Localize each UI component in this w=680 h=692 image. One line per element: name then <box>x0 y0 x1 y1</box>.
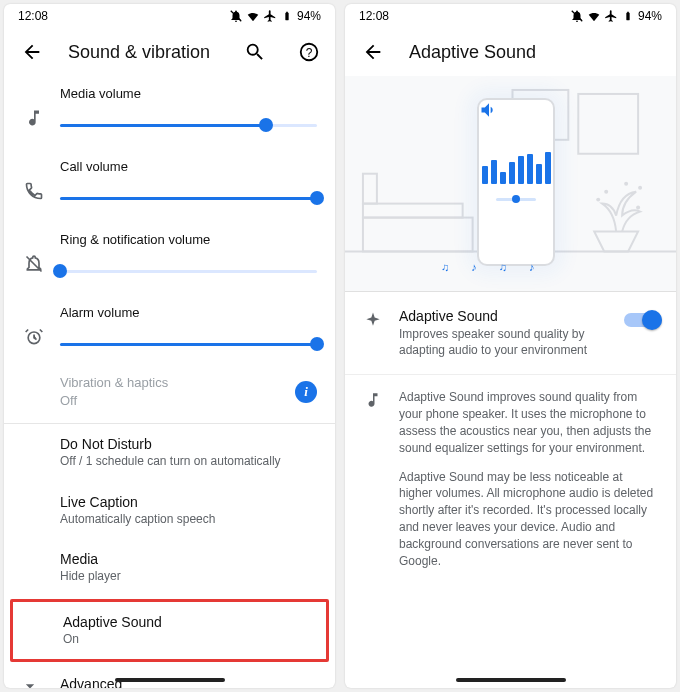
svg-text:?: ? <box>306 46 313 60</box>
page-title: Sound & vibration <box>68 42 219 63</box>
toggle-sub: Improves speaker sound quality by adapti… <box>399 326 620 358</box>
media-volume-row: Media volume <box>4 76 335 149</box>
ring-volume-row: Ring & notification volume <box>4 222 335 295</box>
adaptive-toggle-row[interactable]: Adaptive Sound Improves speaker sound qu… <box>345 292 676 375</box>
dnd-icon <box>229 9 243 23</box>
right-screen: 12:08 94% Adaptive Sound <box>345 4 676 688</box>
svg-point-14 <box>638 186 642 190</box>
vibration-title: Vibration & haptics <box>60 374 295 392</box>
dnd-title: Do Not Disturb <box>60 436 317 452</box>
media-item[interactable]: Media Hide player <box>4 539 335 597</box>
search-icon <box>244 41 266 63</box>
adaptive-sub: On <box>63 632 308 648</box>
wifi-icon <box>587 9 601 23</box>
caption-item[interactable]: Live Caption Automatically caption speec… <box>4 482 335 540</box>
caption-title: Live Caption <box>60 494 317 510</box>
wifi-icon <box>246 9 260 23</box>
alarm-volume-slider[interactable] <box>60 328 317 360</box>
alarm-volume-row: Alarm volume <box>4 295 335 368</box>
call-volume-slider[interactable] <box>60 182 317 214</box>
adaptive-item[interactable]: Adaptive Sound On <box>13 602 326 660</box>
call-volume-label: Call volume <box>60 159 317 174</box>
music-note-icon <box>8 86 60 128</box>
desc-paragraph-2: Adaptive Sound may be less noticeable at… <box>399 469 654 570</box>
advanced-item[interactable]: Advanced Shortcut to prevent ringing, No… <box>4 664 335 688</box>
svg-rect-6 <box>578 94 638 154</box>
adaptive-switch[interactable] <box>624 308 662 332</box>
nav-indicator[interactable] <box>115 678 225 682</box>
svg-point-13 <box>624 182 628 186</box>
description-row: Adaptive Sound improves sound quality fr… <box>345 375 676 591</box>
info-icon[interactable]: i <box>295 381 317 403</box>
highlight-box: Adaptive Sound On <box>10 599 329 663</box>
media-sub: Hide player <box>60 569 317 585</box>
alarm-volume-label: Alarm volume <box>60 305 317 320</box>
dnd-item[interactable]: Do Not Disturb Off / 1 schedule can turn… <box>4 424 335 482</box>
ring-volume-slider[interactable] <box>60 255 317 287</box>
dnd-icon <box>570 9 584 23</box>
page-title-r: Adaptive Sound <box>409 42 668 63</box>
search-button[interactable] <box>237 34 273 70</box>
toggle-title: Adaptive Sound <box>399 308 620 324</box>
nav-indicator-r[interactable] <box>456 678 566 682</box>
svg-rect-7 <box>363 204 463 218</box>
svg-rect-9 <box>363 218 473 252</box>
help-button[interactable]: ? <box>291 34 327 70</box>
media-volume-label: Media volume <box>60 86 317 101</box>
arrow-back-icon <box>21 41 43 63</box>
status-time: 12:08 <box>18 9 48 23</box>
caption-sub: Automatically caption speech <box>60 512 317 528</box>
phone-illustration <box>477 98 555 266</box>
battery-icon <box>280 9 294 23</box>
adaptive-icon <box>351 308 395 330</box>
illustration: ♫♪♫♪ <box>345 76 676 292</box>
help-icon: ? <box>298 41 320 63</box>
vibration-row: Vibration & haptics Off i <box>4 368 335 423</box>
status-bar: 12:08 94% <box>4 4 335 28</box>
alarm-icon <box>8 305 60 347</box>
adaptive-title: Adaptive Sound <box>63 614 308 630</box>
appbar: Sound & vibration ? <box>4 28 335 76</box>
dnd-sub: Off / 1 schedule can turn on automatical… <box>60 454 317 470</box>
desc-paragraph-1: Adaptive Sound improves sound quality fr… <box>399 389 654 456</box>
phone-icon <box>8 159 60 201</box>
battery-icon <box>621 9 635 23</box>
back-button[interactable] <box>14 34 50 70</box>
svg-rect-8 <box>363 174 377 204</box>
status-time-r: 12:08 <box>359 9 389 23</box>
arrow-back-icon <box>362 41 384 63</box>
media-volume-slider[interactable] <box>60 109 317 141</box>
left-screen: 12:08 94% Sound & vibration ? Media vol <box>4 4 335 688</box>
vibration-sub: Off <box>60 392 295 410</box>
chevron-down-icon <box>4 676 56 688</box>
media-title: Media <box>60 551 317 567</box>
appbar-r: Adaptive Sound <box>345 28 676 76</box>
music-note-icon <box>351 389 395 581</box>
bell-off-icon <box>8 232 60 274</box>
svg-point-15 <box>636 206 640 210</box>
airplane-icon <box>604 9 618 23</box>
svg-point-12 <box>604 190 608 194</box>
airplane-icon <box>263 9 277 23</box>
status-battery-r: 94% <box>638 9 662 23</box>
status-battery: 94% <box>297 9 321 23</box>
call-volume-row: Call volume <box>4 149 335 222</box>
status-bar-r: 12:08 94% <box>345 4 676 28</box>
svg-point-11 <box>596 198 600 202</box>
ring-volume-label: Ring & notification volume <box>60 232 317 247</box>
music-notes-icon: ♫♪♫♪ <box>441 261 535 273</box>
back-button-r[interactable] <box>355 34 391 70</box>
